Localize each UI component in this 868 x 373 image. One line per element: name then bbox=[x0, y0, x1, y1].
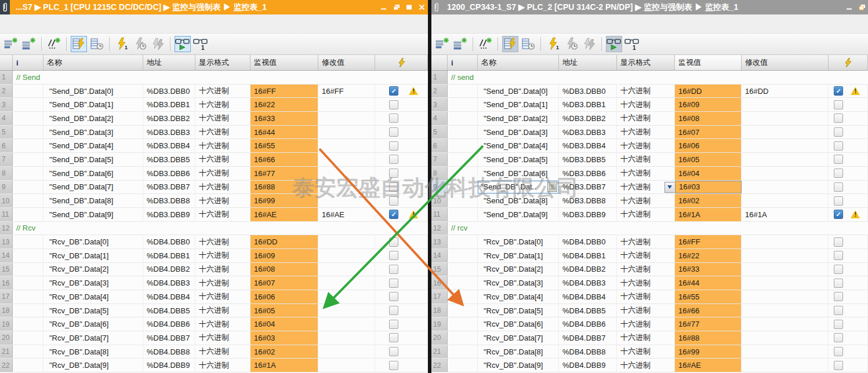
modify-checkbox[interactable] bbox=[389, 100, 398, 109]
modify-checkbox[interactable] bbox=[389, 306, 398, 315]
modify-value-cell[interactable] bbox=[742, 249, 829, 262]
modify-value-cell[interactable] bbox=[742, 112, 829, 125]
address-cell[interactable]: %DB3.DBB3 bbox=[559, 126, 617, 139]
modify-with-trigger-icon[interactable] bbox=[563, 36, 579, 52]
name-cell[interactable]: "Rcv_DB".Data[1] bbox=[43, 249, 143, 262]
modify-value-cell[interactable]: 16#AE bbox=[318, 208, 375, 221]
modify-checkbox[interactable] bbox=[834, 237, 843, 247]
address-cell[interactable]: %DB4.DBB2 bbox=[143, 263, 195, 276]
display-format-cell[interactable]: 十六进制 bbox=[195, 139, 250, 152]
name-cell[interactable]: "Send_DB".Data[6] bbox=[478, 167, 559, 180]
comment-cell[interactable]: // Send bbox=[13, 71, 428, 84]
monitor-value-cell[interactable]: 16#08 bbox=[250, 263, 318, 276]
monitor-value-cell[interactable]: 16#FF bbox=[675, 235, 742, 248]
modify-value-cell[interactable] bbox=[742, 167, 829, 180]
address-cell[interactable]: %DB3.DBB5 bbox=[143, 153, 195, 166]
column-header-fmt[interactable]: 显示格式 bbox=[195, 55, 250, 70]
comment-cell[interactable]: // send bbox=[448, 71, 868, 84]
modify-value-cell[interactable] bbox=[742, 139, 829, 152]
modify-value-cell[interactable] bbox=[742, 126, 829, 139]
modify-value-cell[interactable] bbox=[318, 345, 375, 359]
display-format-cell[interactable]: 十六进制 bbox=[195, 304, 250, 317]
name-cell[interactable]: "Rcv_DB".Data[9] bbox=[43, 359, 143, 372]
address-cell[interactable]: %DB4.DBB9 bbox=[559, 359, 617, 372]
display-format-cell[interactable]: 十六进制 bbox=[617, 317, 675, 331]
address-cell[interactable]: %DB4.DBB6 bbox=[559, 317, 617, 331]
address-cell[interactable]: %DB4.DBB7 bbox=[143, 331, 195, 345]
name-cell[interactable]: "Send_DB".Data[2] bbox=[43, 112, 143, 125]
address-cell[interactable]: %DB4.DBB4 bbox=[559, 290, 617, 303]
modify-checkbox[interactable] bbox=[389, 361, 398, 370]
monitor-value-cell[interactable]: 16#22 bbox=[250, 98, 318, 111]
address-cell[interactable]: %DB4.DBB9 bbox=[143, 359, 195, 372]
display-format-cell[interactable]: 十六进制 bbox=[617, 98, 675, 111]
address-cell[interactable]: %DB4.DBB6 bbox=[143, 317, 195, 331]
name-cell[interactable]: "Rcv_DB".Data[5] bbox=[43, 304, 143, 317]
monitor-value-cell[interactable]: 16#99 bbox=[675, 345, 742, 359]
insert-row-icon[interactable] bbox=[3, 36, 19, 52]
modify-checkbox[interactable] bbox=[389, 196, 398, 206]
display-format-cell[interactable]: 十六进制 bbox=[617, 235, 675, 248]
display-format-cell[interactable]: 十六进制 bbox=[617, 304, 675, 317]
modify-value-cell[interactable] bbox=[742, 194, 829, 207]
modify-with-trigger-icon[interactable] bbox=[132, 36, 148, 52]
name-cell[interactable]: "Send_DB".Data[8] bbox=[478, 194, 559, 207]
monitor-value-cell[interactable]: 16#AE bbox=[675, 359, 742, 372]
modify-value-cell[interactable] bbox=[742, 304, 829, 317]
display-format-cell[interactable]: 十六进制 bbox=[195, 208, 250, 221]
monitor-value-cell[interactable]: 16#44 bbox=[250, 126, 318, 139]
insert-comment-icon[interactable] bbox=[477, 36, 493, 52]
address-cell[interactable]: %DB4.DBB5 bbox=[143, 304, 195, 317]
modify-checkbox[interactable] bbox=[389, 333, 398, 342]
display-format-cell[interactable]: 十六进制 bbox=[617, 167, 675, 180]
monitor-value-cell[interactable]: 16#33 bbox=[250, 112, 318, 125]
monitor-value-cell[interactable]: 16#55 bbox=[250, 139, 318, 152]
display-format-cell[interactable]: 十六进制 bbox=[617, 181, 675, 194]
modify-value-cell[interactable] bbox=[742, 331, 829, 345]
monitor-value-cell[interactable]: 16#66 bbox=[250, 153, 318, 166]
address-cell[interactable]: %DB3.DBB7 bbox=[559, 181, 617, 194]
name-cell[interactable]: "Rcv_DB".Data[6] bbox=[478, 317, 559, 331]
name-cell[interactable]: "Rcv_DB".Data[0] bbox=[478, 235, 559, 248]
modify-checkbox[interactable] bbox=[389, 279, 398, 288]
name-cell[interactable]: "Send_DB".Data[5] bbox=[478, 153, 559, 166]
name-cell[interactable]: "Rcv_DB".Data[6] bbox=[43, 317, 143, 331]
display-format-cell[interactable]: 十六进制 bbox=[617, 345, 675, 359]
modify-checkbox[interactable] bbox=[834, 155, 843, 164]
modify-checkbox[interactable] bbox=[389, 265, 398, 274]
modify-checkbox[interactable] bbox=[834, 292, 843, 301]
name-cell[interactable]: "Rcv_DB".Data[3] bbox=[43, 276, 143, 290]
modify-checkbox[interactable]: ✓ bbox=[834, 210, 843, 219]
monitor-value-cell[interactable]: 16#AE bbox=[250, 208, 318, 221]
modify-value-cell[interactable]: 16#DD bbox=[742, 85, 829, 98]
modify-value-cell[interactable] bbox=[318, 263, 375, 276]
monitor-value-cell[interactable]: 16#07 bbox=[250, 276, 318, 290]
name-cell[interactable]: "Rcv_DB".Data[3] bbox=[478, 276, 559, 290]
address-cell[interactable]: %DB4.DBB3 bbox=[559, 276, 617, 290]
name-cell[interactable]: "Send_DB".Dat.. bbox=[478, 181, 559, 194]
modify-value-cell[interactable] bbox=[318, 126, 375, 139]
modify-value-cell[interactable]: 16#1A bbox=[742, 208, 829, 221]
insert-comment-icon[interactable] bbox=[46, 36, 62, 52]
monitor-value-cell[interactable]: 16#05 bbox=[250, 304, 318, 317]
address-cell[interactable]: %DB4.DBB7 bbox=[559, 331, 617, 345]
modify-value-cell[interactable] bbox=[318, 304, 375, 317]
address-cell[interactable]: %DB3.DBB9 bbox=[559, 208, 617, 221]
name-cell[interactable]: "Send_DB".Data[8] bbox=[43, 194, 143, 207]
monitor-value-cell[interactable]: 16#05 bbox=[675, 153, 742, 166]
monitor-value-cell[interactable]: 16#03 bbox=[250, 331, 318, 345]
monitor-value-cell[interactable]: 16#09 bbox=[250, 249, 318, 262]
display-format-cell[interactable]: 十六进制 bbox=[617, 85, 675, 98]
address-cell[interactable]: %DB4.DBB5 bbox=[559, 304, 617, 317]
name-cell[interactable]: "Rcv_DB".Data[0] bbox=[43, 235, 143, 248]
monitor-value-cell[interactable]: 16#08 bbox=[675, 112, 742, 125]
modify-checkbox[interactable] bbox=[389, 347, 398, 356]
name-cell[interactable]: "Rcv_DB".Data[9] bbox=[478, 359, 559, 372]
address-cell[interactable]: %DB3.DBB3 bbox=[143, 126, 195, 139]
address-cell[interactable]: %DB4.DBB1 bbox=[143, 249, 195, 262]
display-format-cell[interactable]: 十六进制 bbox=[195, 290, 250, 303]
address-cell[interactable]: %DB3.DBB2 bbox=[559, 112, 617, 125]
monitor-value-cell[interactable]: 16#99 bbox=[250, 194, 318, 207]
name-cell[interactable]: "Rcv_DB".Data[7] bbox=[43, 331, 143, 345]
address-cell[interactable]: %DB3.DBB8 bbox=[143, 194, 195, 207]
